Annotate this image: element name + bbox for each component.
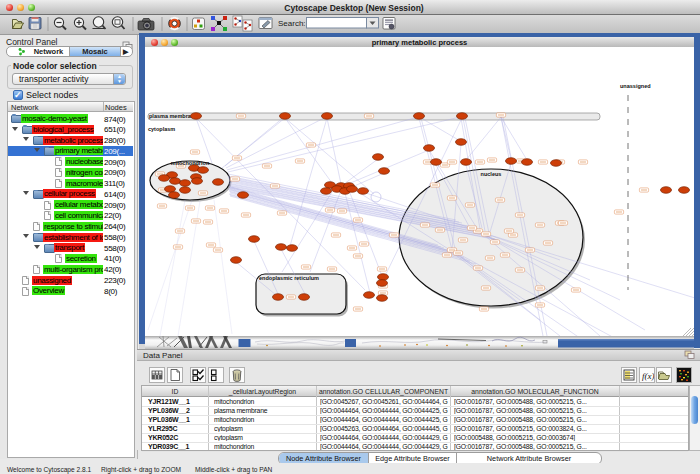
svg-text:unassigned: unassigned <box>620 83 651 89</box>
svg-text:endoplasmic reticulum: endoplasmic reticulum <box>259 275 319 281</box>
svg-text:mitochondrion: mitochondrion <box>171 160 210 166</box>
svg-text:Search:: Search: <box>278 19 306 28</box>
svg-text:f(x): f(x) <box>642 371 654 381</box>
svg-text:nucleus: nucleus <box>481 171 502 177</box>
svg-text:cytoplasm: cytoplasm <box>148 126 175 132</box>
svg-text:plasma membrane: plasma membrane <box>149 113 197 119</box>
